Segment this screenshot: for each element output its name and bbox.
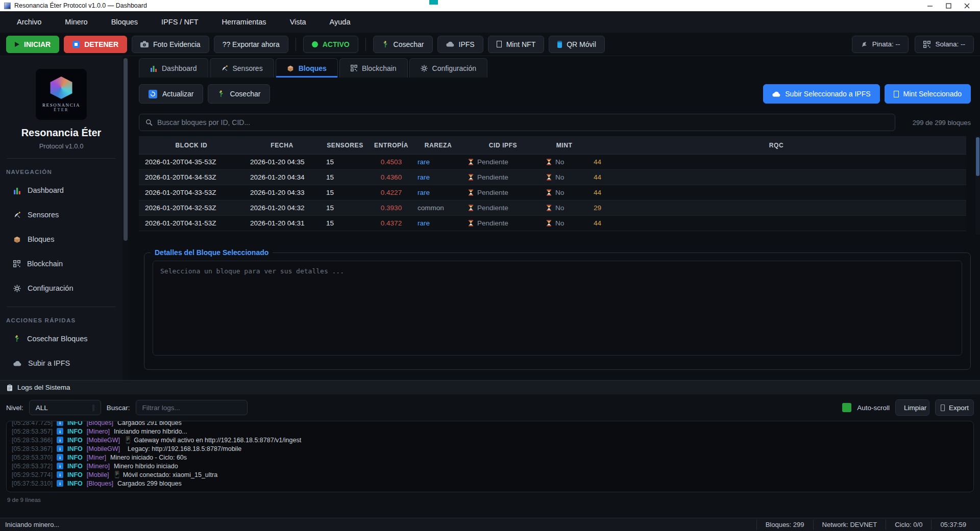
mint-selected-button[interactable]: Mint Seleccionado	[885, 84, 971, 104]
upload-selected-button[interactable]: Subir Seleccionado a IPFS	[763, 84, 879, 104]
log-viewer[interactable]: [05:28:47.725] i INFO [Bloques] Cargados…	[6, 421, 974, 492]
wheat-icon	[382, 41, 389, 48]
log-level: INFO	[67, 463, 83, 470]
phone-icon	[557, 41, 562, 48]
tab-blockchain[interactable]: Blockchain	[339, 58, 408, 78]
col-cid-ipfs[interactable]: CID IPFS	[464, 142, 542, 149]
cell-mint: No	[542, 204, 586, 212]
sidebar-item-bloques[interactable]: Bloques	[0, 229, 122, 249]
col-entropia[interactable]: ENTROPÍA	[370, 142, 412, 149]
status-blocks: Bloques: 299	[756, 520, 813, 530]
ipfs-button[interactable]: IPFS	[437, 36, 483, 53]
cell-cid-ipfs: Pendiente	[464, 158, 542, 166]
cell-cid-ipfs: Pendiente	[464, 219, 542, 227]
menu-item[interactable]: Minero	[53, 11, 99, 33]
log-message: Legacy: http://192.168.18.5:8787/mobile	[124, 445, 241, 452]
export-logs-button[interactable]: Export	[935, 399, 974, 416]
table-row[interactable]: 2026-01-20T04-32-53Z 2026-01-20 04:32 15…	[139, 200, 966, 216]
table-row[interactable]: 2026-01-20T04-33-53Z 2026-01-20 04:33 15…	[139, 185, 966, 200]
export-now-button[interactable]: ?? Exportar ahora	[214, 36, 288, 53]
mint-nft-button[interactable]: Mint NFT	[488, 36, 545, 53]
menu-item[interactable]: Archivo	[5, 11, 53, 33]
hourglass-icon	[546, 189, 552, 196]
menu-item[interactable]: IPFS / NFT	[150, 11, 210, 33]
refresh-button[interactable]: Actualizar	[139, 84, 203, 104]
cloud-icon	[13, 361, 21, 366]
app-logo: RESONANCIA ÉTER	[36, 69, 87, 120]
sidebar-action-subir-ipfs[interactable]: Subir a IPFS	[0, 353, 122, 373]
table-row[interactable]: 2026-01-20T04-35-53Z 2026-01-20 04:35 15…	[139, 155, 966, 170]
menu-item[interactable]: Herramientas	[210, 11, 278, 33]
col-sensores[interactable]: SENSORES	[320, 142, 370, 149]
log-level: INFO	[67, 471, 83, 478]
table-scrollbar[interactable]	[975, 136, 980, 235]
sidebar-scrollbar[interactable]	[122, 56, 129, 380]
sidebar-item-blockchain[interactable]: Blockchain	[0, 254, 122, 274]
qr-mobile-button[interactable]: QR Móvil	[549, 36, 605, 53]
log-filter-input[interactable]	[136, 400, 248, 415]
box-icon	[13, 236, 21, 243]
tab-configuracion[interactable]: Configuración	[409, 58, 487, 78]
tab-bloques[interactable]: Bloques	[276, 58, 338, 78]
scrollbar-thumb[interactable]	[976, 137, 979, 176]
photo-evidence-button[interactable]: Foto Evidencia	[132, 36, 209, 53]
cell-sensores: 15	[320, 173, 370, 181]
col-block-id[interactable]: BLOCK ID	[139, 142, 244, 149]
sidebar-action-cosechar-bloques[interactable]: Cosechar Bloques	[0, 328, 122, 349]
nav-section-title: NAVEGACIÓN	[0, 167, 122, 180]
harvest-button[interactable]: Cosechar	[373, 36, 433, 53]
cell-sensores: 15	[320, 158, 370, 166]
block-details-text[interactable]	[153, 261, 962, 356]
info-icon: i	[57, 463, 63, 469]
scrollbar-thumb[interactable]	[124, 58, 128, 241]
menu-item[interactable]: Ayuda	[318, 11, 362, 33]
close-button[interactable]	[958, 0, 976, 11]
info-icon: i	[57, 421, 63, 426]
gear-icon	[421, 65, 428, 72]
log-message: Cargados 299 bloques	[117, 480, 182, 487]
sidebar-item-dashboard[interactable]: Dashboard	[0, 180, 122, 200]
tab-bar: Dashboard Sensores Bloques Blockchain Co…	[139, 58, 489, 78]
col-fecha[interactable]: FECHA	[244, 142, 320, 149]
status-network: Network: DEVNET	[813, 520, 886, 530]
menu-item[interactable]: Bloques	[100, 11, 150, 33]
blocks-search-input[interactable]	[157, 118, 889, 127]
maximize-button[interactable]	[939, 0, 958, 11]
tab-dashboard[interactable]: Dashboard	[139, 58, 208, 78]
info-icon: i	[57, 445, 63, 452]
table-header: BLOCK ID FECHA SENSORES ENTROPÍA RAREZA …	[139, 136, 966, 155]
start-button[interactable]: INICIAR	[6, 36, 59, 53]
log-source: [Miner]	[87, 454, 106, 461]
log-level-select[interactable]: ALL	[29, 400, 101, 415]
col-rareza[interactable]: RAREZA	[412, 142, 464, 149]
info-icon: i	[57, 480, 63, 487]
clear-logs-button[interactable]: Limpiar	[895, 399, 929, 416]
log-level: INFO	[67, 445, 83, 452]
stop-button[interactable]: DETENER	[64, 36, 127, 53]
tab-sensores[interactable]: Sensores	[210, 58, 274, 78]
cell-rareza: rare	[412, 219, 464, 227]
hourglass-icon	[546, 174, 552, 181]
sidebar-item-configuracion[interactable]: Configuración	[0, 278, 122, 298]
cell-entropia: 0.4503	[370, 158, 412, 166]
col-rqc[interactable]: RQC	[586, 142, 966, 149]
cell-rqc: 44	[586, 158, 966, 166]
table-row[interactable]: 2026-01-20T04-31-53Z 2026-01-20 04:31 15…	[139, 216, 966, 231]
toolbar-separator	[365, 38, 366, 51]
log-source: [Bloques]	[87, 480, 113, 487]
harvest-blocks-button[interactable]: Cosechar	[208, 84, 270, 104]
qr-icon	[923, 41, 930, 48]
log-line: [05:37:52.310] i INFO [Bloques] Cargados…	[12, 479, 968, 488]
menu-item[interactable]: Vista	[278, 11, 318, 33]
sidebar-item-sensores[interactable]: Sensores	[0, 205, 122, 225]
hourglass-icon	[546, 220, 552, 226]
cell-rqc: 44	[586, 173, 966, 181]
col-mint[interactable]: MINT	[542, 142, 586, 149]
cell-entropia: 0.4227	[370, 189, 412, 196]
minimize-button[interactable]	[921, 0, 939, 11]
autoscroll-checkbox[interactable]	[842, 403, 851, 412]
search-icon	[145, 119, 153, 126]
cell-rareza: common	[412, 204, 464, 212]
cell-cid-ipfs: Pendiente	[464, 173, 542, 181]
table-row[interactable]: 2026-01-20T04-34-53Z 2026-01-20 04:34 15…	[139, 170, 966, 185]
